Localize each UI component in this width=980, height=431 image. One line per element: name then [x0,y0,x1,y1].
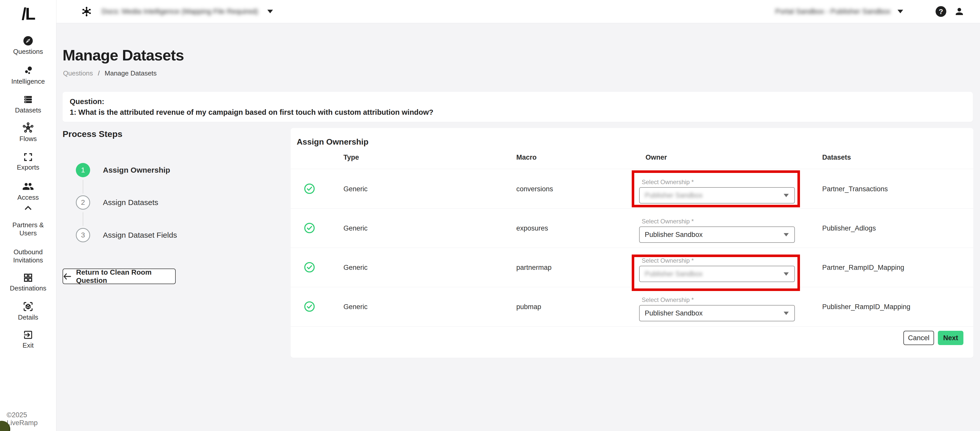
step-assign-ownership[interactable]: 1 Assign Ownership [76,163,170,177]
liveramp-logo: /L [0,4,56,24]
cancel-button[interactable]: Cancel [904,331,934,345]
exports-icon [23,152,33,162]
copyright-text: ©2025 LiveRamp [6,411,56,427]
select-ownership-label: Select Ownership * [642,218,694,225]
sidebar-item-label: Flows [0,135,56,143]
divider [291,326,974,327]
dropdown-caret-icon [784,312,789,315]
grid-icon [23,273,33,283]
main-content: Manage Datasets Questions / Manage Datas… [56,23,980,431]
ownership-select-value: Publisher Sandbox [645,192,703,200]
step-label: Assign Ownership [103,166,170,174]
dataset-cell: Partner_Transactions [822,185,888,193]
ownership-select[interactable]: Publisher Sandbox [639,266,795,282]
dataset-cell: Partner_RampID_Mapping [822,264,904,272]
select-ownership-label: Select Ownership * [642,296,694,303]
assign-ownership-heading: Assign Ownership [297,137,369,147]
check-circle-icon [304,261,315,273]
dataset-cell: Publisher_RampID_Mapping [822,303,910,311]
ownership-select[interactable]: Publisher Sandbox [639,187,795,203]
chevron-down-icon [267,10,273,13]
divider [291,169,974,169]
app-root: /L Questions Intelligence [0,0,980,431]
step-number-badge: 2 [76,195,90,210]
people-icon [22,181,34,192]
ownership-select[interactable]: Publisher Sandbox [639,227,795,243]
sidebar-item-details[interactable]: Details [0,301,56,321]
sidebar-item-exit[interactable]: Exit [0,330,56,349]
return-button-label: Return to Clean Room Question [76,268,175,285]
select-ownership-label: Select Ownership * [642,179,694,185]
step-label: Assign Dataset Fields [103,231,177,239]
column-header-type: Type [344,154,359,162]
sidebar-item-datasets[interactable]: Datasets [0,94,56,114]
sidebar-item-questions[interactable]: Questions [0,35,56,55]
page-title: Manage Datasets [62,46,184,64]
cube-ar-icon [22,301,34,312]
return-to-clean-room-question-button[interactable]: Return to Clean Room Question [62,269,176,284]
ownership-select-value: Publisher Sandbox [645,231,703,239]
dataset-cell: Publisher_Adlogs [822,224,876,232]
help-icon[interactable]: ? [935,6,946,17]
dropdown-caret-icon [784,194,789,197]
sidebar-item-exports[interactable]: Exports [0,152,56,171]
sidebar-item-intelligence[interactable]: Intelligence [0,65,56,86]
ownership-select-value: Publisher Sandbox [645,270,703,278]
account-switcher[interactable]: Portal Sandbox - Publisher Sandbox [775,0,903,23]
sidebar: /L Questions Intelligence [0,0,56,431]
type-cell: Generic [344,224,368,232]
macro-cell: conversions [516,185,553,193]
sidebar-item-partners-users[interactable]: Partners & Users [0,221,56,237]
breadcrumb: Questions / Manage Datasets [63,70,157,77]
macro-cell: exposures [516,224,548,232]
next-button[interactable]: Next [938,331,963,345]
step-connector [83,212,83,226]
question-card: Question: 1: What is the attributed reve… [62,92,973,122]
step-connector [83,180,83,193]
sidebar-item-flows[interactable]: Flows [0,122,56,143]
sidebar-item-label: Intelligence [0,77,56,86]
question-label: Question: [70,97,104,106]
breadcrumb-separator: / [98,70,100,77]
sidebar-item-label: Partners & Users [8,221,49,237]
check-circle-icon [304,301,315,312]
column-header-owner: Owner [646,154,667,162]
step-label: Assign Datasets [103,198,158,207]
assign-ownership-card: Assign Ownership Type Macro Owner Datase… [291,128,974,358]
process-steps-heading: Process Steps [62,129,122,139]
sidebar-item-label: Access [0,193,56,201]
check-circle-icon [304,222,315,234]
sidebar-item-label: Details [0,313,56,321]
divider [291,287,974,287]
sidebar-item-label: Outbound Invitations [8,248,49,264]
macro-cell: pubmap [516,303,541,311]
sidebar-item-label: Questions [0,48,56,55]
type-cell: Generic [344,303,368,311]
question-text: 1: What is the attributed revenue of my … [70,108,433,117]
dropdown-caret-icon [784,273,789,276]
select-ownership-label: Select Ownership * [642,257,694,264]
ownership-select-value: Publisher Sandbox [645,309,703,317]
clean-room-switcher[interactable]: Docs: Media Intelligence (Mapping File R… [81,0,273,23]
step-assign-datasets[interactable]: 2 Assign Datasets [76,195,158,210]
sidebar-item-access[interactable]: Access [0,181,56,201]
macro-cell: partnermap [516,264,552,272]
step-assign-dataset-fields[interactable]: 3 Assign Dataset Fields [76,228,177,242]
user-account-icon[interactable] [954,6,965,17]
topbar: Docs: Media Intelligence (Mapping File R… [56,0,980,23]
check-circle-icon [304,183,315,194]
dropdown-caret-icon [784,233,789,236]
access-collapse-chevron[interactable] [0,204,56,213]
molecule-icon [81,6,92,17]
account-context-label: Portal Sandbox - Publisher Sandbox [775,7,890,16]
flows-icon [22,122,34,134]
sidebar-item-outbound-invitations[interactable]: Outbound Invitations [0,248,56,264]
exit-icon [23,330,33,340]
step-number-badge: 1 [76,163,90,177]
sidebar-item-label: Exit [0,341,56,349]
ownership-select[interactable]: Publisher Sandbox [639,305,795,321]
column-header-macro: Macro [516,154,537,162]
sidebar-item-destinations[interactable]: Destinations [0,273,56,292]
sidebar-item-label: Exports [0,163,56,171]
breadcrumb-questions[interactable]: Questions [63,70,93,77]
